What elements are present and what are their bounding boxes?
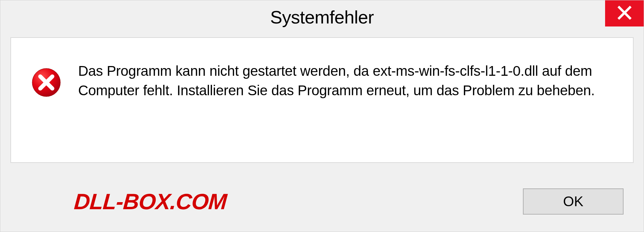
error-dialog: Systemfehler xyxy=(0,0,644,232)
close-icon xyxy=(617,5,632,21)
content-area: Das Programm kann nicht gestartet werden… xyxy=(10,37,634,163)
dialog-title: Systemfehler xyxy=(270,7,374,27)
watermark-text: DLL-BOX.COM xyxy=(73,189,227,214)
ok-button-label: OK xyxy=(563,193,584,210)
error-message: Das Programm kann nicht gestartet werden… xyxy=(78,61,608,100)
titlebar: Systemfehler xyxy=(0,0,644,34)
dialog-footer: DLL-BOX.COM OK xyxy=(0,171,644,232)
error-icon xyxy=(31,67,61,98)
ok-button[interactable]: OK xyxy=(523,188,624,215)
close-button[interactable] xyxy=(605,0,644,26)
